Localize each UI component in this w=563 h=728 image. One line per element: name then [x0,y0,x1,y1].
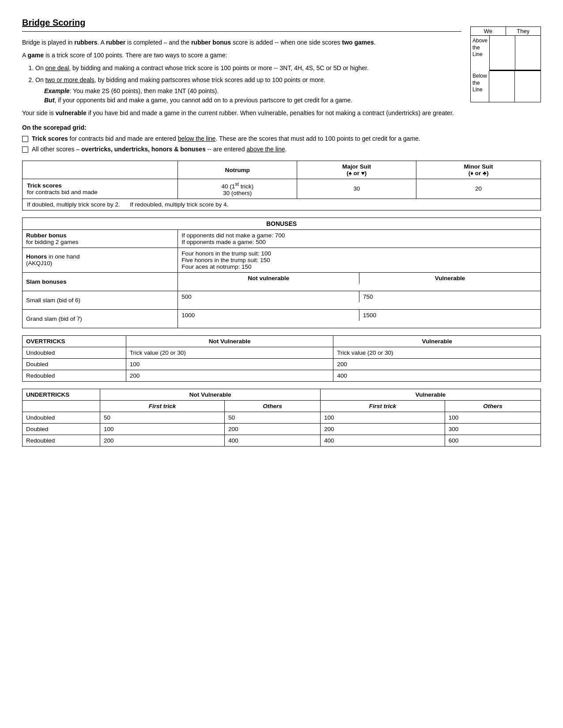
rubber-bonus-values: If opponents did not make a game: 700 If… [178,229,541,248]
scorepad-header: We They [471,27,540,36]
game-way-2: On two or more deals, by bidding and mak… [35,75,461,105]
ut-undoubled-label: Undoubled [23,412,100,423]
intro-rubber: Bridge is played in rubbers. A rubber is… [22,38,461,47]
other-scores-text: All other scores – overtricks, undertric… [32,146,287,153]
ut-undoubled-nv-first: 50 [100,412,225,423]
rubber-bonus-row: Rubber bonusfor bidding 2 games If oppon… [23,229,541,248]
trick-score-label: Trick scoresfor contracts bid and made [23,179,178,199]
small-slam-row: Small slam (bid of 6) 500 750 [23,291,541,309]
not-vuln-header: Not vulnerable [178,273,359,284]
overtricks-table: OVERTRICKS Not Vulnerable Vulnerable Und… [22,335,541,382]
honors-values: Four honors in the trump suit: 100 Five … [178,248,541,272]
ut-doubled-nv-others: 200 [224,423,320,435]
trick-scores-text: Trick scores for contracts bid and made … [32,135,420,142]
scorepad-above-section: AbovetheLine [471,36,540,71]
ot-doubled-row: Doubled 100 200 [23,358,541,370]
ut-doubled-v-first: 200 [321,423,445,435]
ot-doubled-label: Doubled [23,358,126,370]
undertricks-header: UNDERTRICKS [23,389,100,400]
ot-redoubled-nv: 200 [126,370,333,381]
scorepad-heading: On the scorepad grid: [22,123,461,132]
slam-bonuses-label: Slam bonuses [23,272,178,291]
scorepad-they: They [506,27,541,35]
ut-redoubled-nv-others: 400 [224,435,320,446]
col-major: Major Suit(♠ or ♥) [297,161,416,179]
bonuses-header: BONUSES [23,218,541,229]
ot-doubled-v: 200 [333,358,541,370]
game-ways-list: On one deal, by bidding and making a con… [35,64,461,105]
ot-vuln-header: Vulnerable [333,335,541,347]
ot-undoubled-nv: Trick value (20 or 30) [126,347,333,358]
bonuses-table: BONUSES Rubber bonusfor bidding 2 games … [22,218,541,328]
ut-undoubled-row: Undoubled 50 50 100 100 [23,412,541,423]
ut-doubled-nv-first: 100 [100,423,225,435]
scorepad-we: We [471,27,506,35]
ot-undoubled-v: Trick value (20 or 30) [333,347,541,358]
game-way-1: On one deal, by bidding and making a con… [35,64,461,73]
ut-redoubled-label: Redoubled [23,435,100,446]
honors-label: Honors in one hand(AKQJ10) [23,248,178,272]
ot-redoubled-row: Redoubled 200 400 [23,370,541,381]
ut-doubled-label: Doubled [23,423,100,435]
small-slam-label: Small slam (bid of 6) [23,291,178,309]
ut-not-vuln-header: Not Vulnerable [100,389,321,400]
doubled-text: If doubled, multiply trick score by 2. I… [23,199,541,210]
undertricks-table: UNDERTRICKS Not Vulnerable Vulnerable Fi… [22,389,541,447]
ut-redoubled-row: Redoubled 200 400 400 600 [23,435,541,446]
checkbox-other [22,146,28,153]
page-title: Bridge Scoring [22,18,461,28]
scorepad: We They AbovetheLine BelowtheLine [470,22,541,102]
vuln-header: Vulnerable [359,273,540,284]
checkbox-trick [22,136,28,142]
ut-v-others-header: Others [445,400,540,412]
ut-redoubled-nv-first: 200 [100,435,225,446]
trick-score-notrump: 40 (1st trick)30 (others) [178,179,297,199]
other-scores-item: All other scores – overtricks, undertric… [22,146,461,153]
ot-redoubled-v: 400 [333,370,541,381]
trick-scores-table: Notrump Major Suit(♠ or ♥) Minor Suit(♦ … [22,161,541,210]
ut-undoubled-v-first: 100 [321,412,445,423]
ut-undoubled-nv-others: 50 [224,412,320,423]
intro-game: A game is a trick score of 100 points. T… [22,51,461,60]
trick-score-minor: 20 [416,179,541,199]
scorepad-below-section: BelowtheLine [471,71,540,102]
ut-redoubled-v-first: 400 [321,435,445,446]
ut-nv-others-header: Others [224,400,320,412]
ot-not-vuln-header: Not Vulnerable [126,335,333,347]
grand-slam-label: Grand slam (bid of 7) [23,309,178,328]
ut-v-first-header: First trick [321,400,445,412]
doubled-row: If doubled, multiply trick score by 2. I… [23,199,541,210]
ot-redoubled-label: Redoubled [23,370,126,381]
above-label: AbovetheLine [471,36,489,71]
ot-undoubled-label: Undoubled [23,347,126,358]
rubber-bonus-label: Rubber bonusfor bidding 2 games [23,229,178,248]
ut-doubled-row: Doubled 100 200 200 300 [23,423,541,435]
grand-slam-nv: 1000 [178,310,359,321]
honors-row: Honors in one hand(AKQJ10) Four honors i… [23,248,541,272]
col-minor: Minor Suit(♦ or ♣) [416,161,541,179]
ut-nv-first-header: First trick [100,400,225,412]
slam-header-row: Slam bonuses Not vulnerable Vulnerable [23,272,541,291]
trick-score-row: Trick scoresfor contracts bid and made 4… [23,179,541,199]
ot-undoubled-row: Undoubled Trick value (20 or 30) Trick v… [23,347,541,358]
trick-scores-item: Trick scores for contracts bid and made … [22,135,461,142]
small-slam-v: 750 [359,291,540,302]
overtricks-header: OVERTRICKS [23,335,126,347]
ut-vuln-header: Vulnerable [321,389,541,400]
below-label: BelowtheLine [471,71,489,102]
grand-slam-row: Grand slam (bid of 7) 1000 1500 [23,309,541,328]
small-slam-nv: 500 [178,291,359,302]
ut-doubled-v-others: 300 [445,423,540,435]
ut-undoubled-v-others: 100 [445,412,540,423]
ut-empty-header [23,400,100,412]
grand-slam-v: 1500 [359,310,540,321]
intro-vulnerable: Your side is vulnerable if you have bid … [22,109,461,118]
ut-redoubled-v-others: 600 [445,435,540,446]
col-notrump: Notrump [178,161,297,179]
trick-score-major: 30 [297,179,416,199]
ot-doubled-nv: 100 [126,358,333,370]
